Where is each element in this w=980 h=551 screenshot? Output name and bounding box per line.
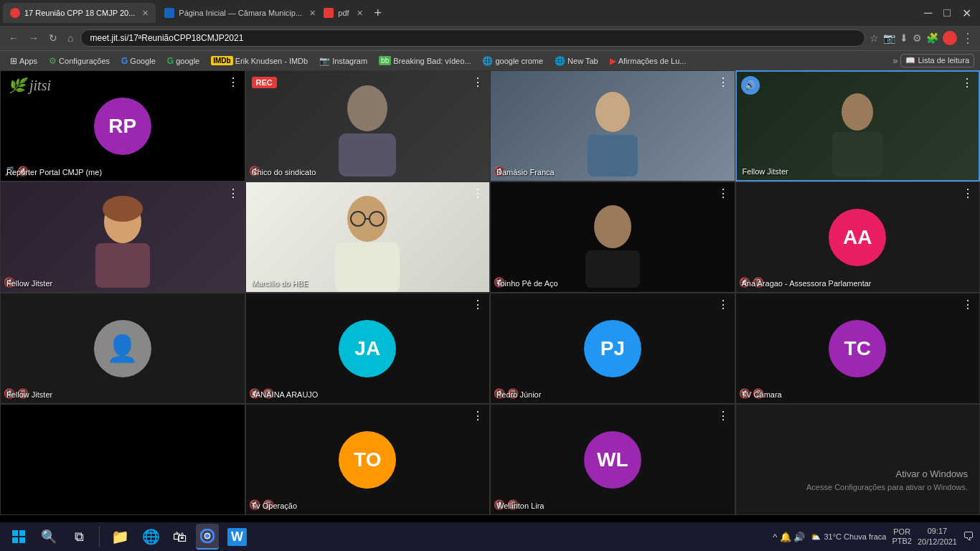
tab-active[interactable]: 17 Reunião CPP 18 CMJP 20... ✕ (3, 3, 156, 23)
participant-cell-pj: PJ ⋮ 🔇 📵 Pedro Júnior (490, 293, 735, 404)
bookmark-instagram-label: Instagram (332, 57, 367, 65)
more-options-marcilio[interactable]: ⋮ (472, 187, 484, 200)
svg-point-22 (205, 534, 209, 538)
more-options-ja[interactable]: ⋮ (472, 298, 484, 311)
name-tc: TV Câmara (742, 390, 782, 399)
reload-button[interactable]: ↻ (46, 31, 60, 45)
weather-widget[interactable]: ⛅ 31°C Chuva fraca (811, 532, 886, 542)
window-controls: ─ □ ✕ (924, 6, 977, 20)
participant-cell-ana: AA ⋮ 🔇 📵 Ana Aragao - Assessora Parlamen… (735, 182, 981, 293)
svg-rect-13 (335, 242, 400, 293)
svg-point-14 (594, 205, 631, 248)
reading-list-button[interactable]: 📖 Lista de leitura (900, 54, 974, 67)
more-options-tv[interactable]: ⋮ (472, 409, 484, 423)
toinho-video (570, 187, 656, 288)
svg-point-7 (103, 196, 143, 222)
search-button[interactable]: 🔍 (36, 524, 62, 550)
chrome-button[interactable] (196, 524, 219, 550)
participant-cell-chico: REC ⋮ 🔇 Chico do sindicato (245, 70, 491, 182)
marcilio-video (321, 182, 414, 293)
bookmark-google2[interactable]: G google (163, 55, 204, 67)
name-chico: Chico do sindicato (252, 168, 316, 176)
bookmark-google1[interactable]: G Google (117, 55, 160, 67)
search-icon: 🔍 (41, 529, 57, 545)
imdb-icon: IMDb (211, 56, 232, 65)
fileexplorer-icon: 📁 (111, 528, 129, 545)
bookmark-googlecrome[interactable]: 🌐 google crome (478, 55, 547, 67)
download-icon[interactable]: ⬇ (900, 32, 908, 44)
more-options-rp[interactable]: ⋮ (227, 75, 239, 89)
more-options-wl[interactable]: ⋮ (717, 409, 729, 423)
maximize-button[interactable]: □ (943, 6, 951, 19)
tab-title: 17 Reunião CPP 18 CMJP 20... (24, 9, 135, 17)
extensions-icon[interactable]: 🧩 (926, 32, 938, 44)
system-tray-icons: ^ 🔔 🔊 (773, 532, 805, 542)
home-button[interactable]: ⌂ (65, 31, 76, 45)
profile-icon[interactable] (943, 31, 957, 45)
bookmark-instagram[interactable]: 📷 Instagram (315, 55, 372, 67)
svg-rect-18 (12, 537, 18, 543)
edge-button[interactable]: 🌐 (138, 524, 164, 550)
store-icon: 🛍 (173, 529, 187, 545)
tab2-close-button[interactable]: ✕ (309, 9, 315, 18)
speaker-icon: 🔊 (745, 80, 755, 90)
start-button[interactable] (6, 524, 32, 550)
reading-list-label: Lista de leitura (918, 56, 969, 65)
tab3-close-button[interactable]: ✕ (357, 9, 363, 18)
participant-cell-wl: WL ⋮ 🔇 📵 Wellinton Lira (490, 404, 735, 515)
participant-cell-damasio: ⋮ 🔇 Damásio Franca (490, 70, 735, 182)
notification-button[interactable]: 🗨 (963, 530, 974, 543)
tab-close-button[interactable]: ✕ (142, 9, 149, 18)
more-options-fellow1[interactable]: ⋮ (961, 76, 973, 90)
date-display: 20/12/2021 (918, 537, 957, 547)
more-options-toinho[interactable]: ⋮ (717, 187, 729, 200)
bookmark-breakingbad[interactable]: bb Breaking Bad: vídeo... (374, 55, 475, 67)
back-button[interactable]: ← (6, 31, 22, 45)
name-rp: Repórter Portal CMJP (me) (6, 168, 102, 176)
bookmark-apps[interactable]: ⊞ Apps (6, 55, 42, 67)
more-options-tc[interactable]: ⋮ (962, 298, 974, 311)
settings-icon[interactable]: ⚙ (913, 32, 922, 44)
activate-title: Ativar o Windows (806, 467, 968, 481)
more-options-fellow2[interactable]: ⋮ (227, 187, 239, 200)
tab-3[interactable]: pdf ✕ (316, 3, 369, 23)
word-button[interactable]: W (223, 524, 251, 550)
bookmarks-more[interactable]: » (892, 55, 897, 66)
new-tab-button[interactable]: + (374, 6, 382, 21)
lang-text: POR (893, 527, 910, 537)
svg-rect-16 (12, 530, 18, 536)
clock[interactable]: 09:17 20/12/2021 (918, 526, 957, 548)
tab3-favicon (324, 8, 334, 18)
avatar-wl: WL (584, 431, 641, 489)
bookmark-star-button[interactable]: ☆ (870, 32, 879, 44)
address-input[interactable] (80, 29, 865, 47)
screenshot-icon[interactable]: 📷 (883, 32, 895, 44)
more-options-pj[interactable]: ⋮ (717, 298, 729, 311)
bookmark-imdb[interactable]: IMDb Erik Knudsen - IMDb (207, 55, 312, 67)
more-options-chico[interactable]: ⋮ (472, 75, 484, 89)
more-options-damasio[interactable]: ⋮ (717, 75, 729, 89)
more-options-ana[interactable]: ⋮ (962, 187, 974, 200)
language-indicator[interactable]: POR PTB2 (892, 527, 912, 546)
name-tv: Tv Operação (252, 501, 298, 510)
task-view-button[interactable]: ⧉ (66, 524, 92, 550)
bookmark-configuracoes[interactable]: ⚙ Configurações (44, 55, 114, 67)
forward-button[interactable]: → (26, 31, 42, 45)
bookmark-googlecrome-label: google crome (495, 57, 543, 65)
store-button[interactable]: 🛍 (169, 524, 192, 550)
tab-2[interactable]: Página Inicial — Câmara Municip... ✕ (157, 3, 315, 23)
layout-text: PTB2 (892, 537, 912, 546)
fellow2-video (80, 187, 166, 288)
participant-cell-fellow3: 👤 🔇 📵 Fellow Jitster (0, 293, 245, 404)
close-window-button[interactable]: ✕ (962, 6, 971, 20)
svg-point-2 (595, 92, 630, 132)
file-explorer-button[interactable]: 📁 (107, 524, 133, 550)
svg-rect-3 (588, 135, 638, 176)
menu-button[interactable]: ⋮ (961, 30, 974, 46)
minimize-button[interactable]: ─ (924, 6, 932, 19)
bookmark-afirmacoes[interactable]: ▶ Afirmações de Lu... (606, 55, 691, 67)
avatar-tv: TO (339, 431, 396, 489)
bookmark-imdb-label: Erik Knudsen - IMDb (235, 57, 308, 65)
video-grid: 🌿 jitsi RP ⋮ 🎵 🔇 Repórter Portal CMJP (m… (0, 70, 980, 515)
bookmark-newtab[interactable]: 🌐 New Tab (550, 55, 603, 67)
